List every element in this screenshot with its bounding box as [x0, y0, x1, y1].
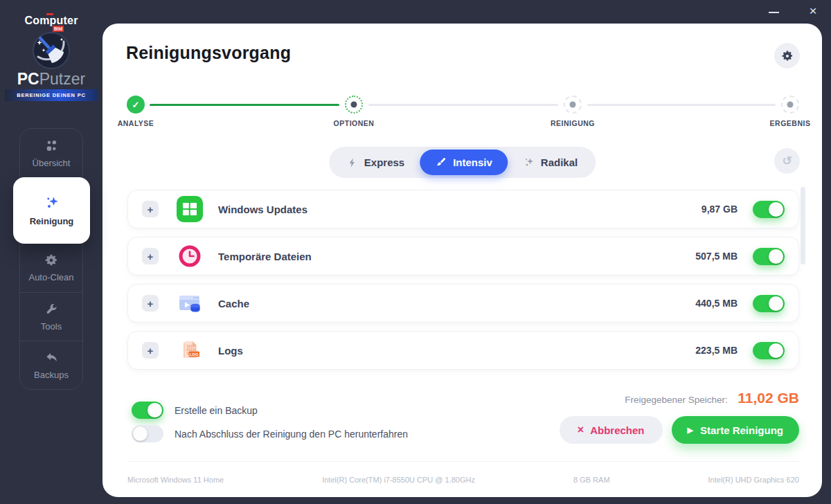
sidebar: Computer Bild PCPutzer BEREINIGE DEINEN … [0, 0, 102, 504]
lightning-icon [347, 157, 358, 168]
cancel-label: Abbrechen [590, 424, 644, 436]
category-name: Windows Updates [218, 204, 702, 215]
system-info-footer: Microsoft Windows 11 Home Intel(R) Core(… [127, 461, 799, 484]
stepper-line [587, 104, 776, 106]
undo-icon: ↺ [782, 154, 792, 168]
backup-restore-icon [44, 351, 58, 365]
sidebar-item-tools[interactable]: Tools [20, 292, 82, 341]
clock-icon [177, 243, 203, 269]
start-cleaning-button[interactable]: ▶ Starte Reinigung [672, 416, 799, 444]
expand-button[interactable]: + [142, 248, 159, 264]
reset-button[interactable]: ↺ [774, 148, 800, 174]
close-button[interactable]: × [804, 2, 822, 20]
category-name: Logs [218, 345, 695, 357]
sidebar-item-label: Tools [41, 321, 62, 332]
freed-space-value: 11,02 GB [738, 390, 799, 406]
option-shutdown: Nach Abschluss der Reinigung den PC heru… [132, 425, 408, 442]
app-logo-broom-icon [30, 29, 73, 75]
cleanup-options: Erstelle ein Backup Nach Abschluss der R… [132, 402, 408, 449]
expand-button[interactable]: + [142, 201, 159, 217]
tab-intensiv[interactable]: Intensiv [420, 150, 508, 175]
sidebar-item-uebersicht[interactable]: Übersicht [20, 129, 82, 177]
category-size: 440,5 MB [695, 298, 738, 309]
category-size: 507,5 MB [695, 251, 738, 262]
footer-cpu: Intel(R) Core(TM) i7-8550U CPU @ 1.80GHz [322, 476, 475, 484]
expand-button[interactable]: + [142, 342, 159, 359]
dashboard-icon [44, 138, 59, 153]
brand-publisher-badge: Bild [53, 26, 64, 32]
scrollbar-thumb[interactable] [801, 187, 805, 264]
option-label: Nach Abschluss der Reinigung den PC heru… [175, 429, 408, 440]
app-name-light: Putzer [39, 70, 85, 88]
app-name: PCPutzer [0, 70, 102, 89]
freed-space-summary: Freigegebener Speicher: 11,02 GB [625, 390, 799, 406]
sidebar-item-label: Backups [34, 370, 69, 380]
sidebar-item-auto-clean[interactable]: Auto-Clean [20, 244, 82, 292]
option-backup: Erstelle ein Backup [132, 402, 408, 419]
page-title: Reinigungsvorgang [126, 43, 291, 63]
category-name: Temporäre Dateien [218, 251, 695, 262]
category-size: 9,87 GB [702, 204, 738, 215]
cleaning-mode-tabs: Express Intensiv Radikal [329, 147, 596, 178]
category-row-temporaere-dateien[interactable]: + Temporäre Dateien 507,5 MB [127, 237, 799, 276]
category-name: Cache [218, 298, 695, 309]
svg-text:LOG: LOG [190, 352, 199, 357]
step-analyse-check-icon: ✓ [127, 96, 145, 114]
sidebar-item-backups[interactable]: Backups [20, 341, 82, 389]
expand-button[interactable]: + [142, 295, 159, 312]
play-icon: ▶ [688, 426, 693, 435]
stepper-line-done [150, 104, 339, 106]
tab-label: Radikal [541, 156, 578, 168]
category-list: + Windows Updates 9,87 GB + Temporäre Da… [127, 190, 799, 378]
brush-icon [435, 156, 447, 168]
shutdown-toggle[interactable] [132, 425, 163, 442]
settings-button[interactable] [774, 43, 800, 69]
step-label-ergebnis: ERGEBNIS [742, 119, 831, 127]
check-icon: ✓ [132, 100, 140, 110]
action-buttons: × Abbrechen ▶ Starte Reinigung [560, 416, 799, 444]
footer-ram: 8 GB RAM [573, 476, 610, 484]
tab-label: Express [364, 156, 404, 168]
toggle-knob [148, 403, 162, 417]
backup-toggle[interactable] [132, 402, 163, 419]
log-file-icon: 10101 01010 10 LOG [177, 337, 203, 363]
category-toggle[interactable] [753, 295, 785, 312]
toggle-knob [769, 202, 783, 217]
sidebar-item-reinigung[interactable]: Reinigung [13, 177, 90, 244]
option-label: Erstelle ein Backup [175, 405, 258, 416]
tab-radikal[interactable]: Radikal [508, 150, 593, 175]
sparkle-icon [44, 195, 60, 211]
minimize-button[interactable] [769, 12, 779, 13]
toggle-knob [133, 426, 148, 441]
category-row-logs[interactable]: + 10101 01010 10 LOG Logs 223,5 MB [127, 331, 799, 370]
category-size: 223,5 MB [695, 345, 738, 356]
wrench-icon [44, 303, 58, 316]
tab-label: Intensiv [453, 156, 492, 168]
sidebar-item-label: Reinigung [30, 216, 74, 226]
step-label-reinigung: REINIGUNG [524, 119, 621, 127]
windows-icon [177, 196, 203, 222]
category-toggle[interactable] [753, 342, 785, 359]
step-ergebnis-marker [781, 96, 799, 114]
toggle-knob [769, 343, 783, 358]
step-dot [351, 102, 357, 108]
main-panel: Reinigungsvorgang ✓ ANALYSE OPTIONEN REI… [102, 24, 822, 497]
category-row-windows-updates[interactable]: + Windows Updates 9,87 GB [127, 190, 799, 228]
category-row-cache[interactable]: + Cache 440,5 MB [127, 284, 799, 323]
toggle-knob [769, 296, 783, 311]
gear-icon [44, 253, 58, 267]
sidebar-item-label: Übersicht [33, 158, 71, 168]
brand-publisher: Computer [0, 15, 102, 27]
tab-express[interactable]: Express [332, 150, 420, 175]
toggle-knob [769, 249, 783, 264]
footer-gpu: Intel(R) UHD Graphics 620 [708, 476, 799, 484]
step-reinigung-marker [564, 96, 582, 114]
sparkle-icon [523, 156, 535, 168]
app-tagline: BEREINIGE DEINEN PC [5, 89, 98, 101]
stepper-line [368, 104, 558, 106]
sidebar-nav: Übersicht Reinigung Auto-Clean Tools [19, 128, 83, 390]
category-toggle[interactable] [753, 201, 785, 218]
cancel-button[interactable]: × Abbrechen [560, 416, 663, 444]
step-label-optionen: OPTIONEN [305, 119, 402, 127]
category-toggle[interactable] [753, 248, 785, 265]
